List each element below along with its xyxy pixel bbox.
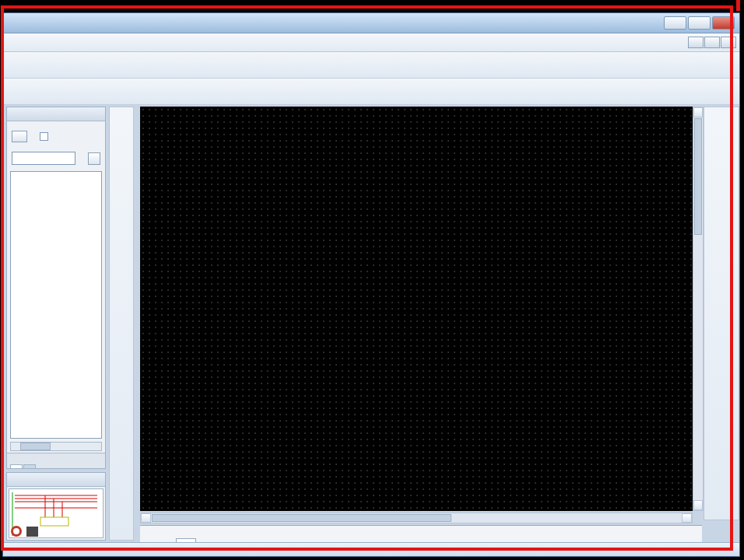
page-tree: [10, 171, 102, 439]
watermark-logo-icon: [11, 526, 22, 537]
screen: [0, 0, 744, 560]
tree-horizontal-scrollbar[interactable]: [10, 442, 102, 451]
mdi-restore-button[interactable]: [704, 37, 720, 48]
connection-symbol-toolbar: [704, 107, 739, 520]
page-panel-tabs: [7, 453, 105, 468]
mdi-minimize-button[interactable]: [688, 37, 704, 48]
watermark: [11, 526, 38, 537]
menu-bar: [3, 33, 739, 52]
title-bar: [3, 13, 739, 33]
scroll-thumb[interactable]: [20, 443, 51, 450]
minimize-button[interactable]: [664, 16, 686, 30]
mdi-controls: [688, 37, 736, 48]
scroll-up-icon[interactable]: [693, 107, 703, 117]
schematic-drawing: [140, 107, 693, 511]
scroll-track[interactable]: [20, 443, 92, 450]
play-icon: [26, 527, 38, 537]
workspace: [3, 105, 739, 542]
eplan-window: [2, 12, 740, 557]
scroll-right-icon[interactable]: [682, 513, 692, 523]
schematic-canvas[interactable]: [140, 107, 693, 511]
page-panel-controls: [7, 121, 105, 168]
tree-page-row[interactable]: [12, 187, 100, 200]
left-dock: [6, 107, 106, 541]
vertical-scroll-thumb[interactable]: [694, 118, 702, 235]
tab-list[interactable]: [23, 464, 36, 468]
drawing-toolbar: [109, 107, 134, 541]
page-navigator-panel: [6, 107, 106, 469]
toolbar-row-2: [3, 79, 739, 105]
graphic-preview-panel: [6, 472, 106, 541]
window-controls: [664, 16, 735, 30]
vertical-scrollbar[interactable]: [693, 107, 704, 511]
scroll-right-icon[interactable]: [92, 443, 101, 450]
filter-more-button[interactable]: [12, 131, 27, 142]
preview-canvas: [9, 488, 104, 538]
tree-root-row[interactable]: [12, 173, 100, 187]
activate-checkbox[interactable]: [40, 132, 48, 141]
preview-panel-header: [7, 473, 105, 487]
page-tab-bar: [140, 525, 702, 544]
scroll-left-icon[interactable]: [141, 513, 151, 523]
value-input[interactable]: [12, 152, 75, 165]
recording-border-tick: [736, 0, 740, 11]
close-button[interactable]: [712, 16, 735, 30]
page-panel-header: [7, 107, 105, 121]
toolbar-row-1: [3, 52, 739, 79]
mdi-close-button[interactable]: [721, 37, 736, 48]
value-apply-button[interactable]: [88, 152, 100, 165]
maximize-button[interactable]: [688, 16, 711, 30]
horizontal-scroll-thumb[interactable]: [152, 514, 451, 522]
scroll-left-icon[interactable]: [11, 443, 20, 450]
scroll-down-icon[interactable]: [693, 500, 703, 510]
tab-tree[interactable]: [10, 464, 23, 468]
status-bar: [3, 542, 739, 556]
horizontal-scrollbar[interactable]: [140, 513, 693, 523]
editor-area: [137, 105, 702, 542]
